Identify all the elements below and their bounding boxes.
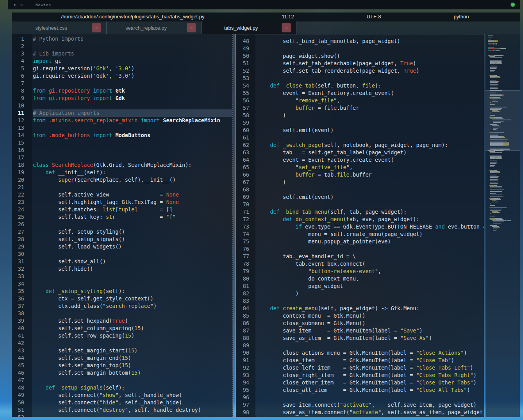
- encoding-label: UTF-8: [367, 14, 381, 20]
- code-line: menu.popup_at_pointer(eve): [257, 238, 484, 245]
- code-line: [33, 147, 232, 154]
- code-line: self.set_tab_reorderable(page_widget, Tr…: [257, 67, 484, 75]
- code-line: self.emit(event): [257, 127, 484, 134]
- line-number: 9: [12, 95, 24, 102]
- code-line: do_context_menu,: [257, 275, 484, 282]
- line-number: 51: [236, 60, 249, 67]
- code-line: [33, 139, 232, 147]
- code-line: def do_context_menu(tab, eve, page_widge…: [257, 216, 484, 223]
- line-number: 63: [236, 149, 249, 156]
- code-line: close_other_item = Gtk.MenuItem(label = …: [257, 379, 484, 386]
- line-number: 91: [236, 357, 249, 364]
- code-line: event = Event_Factory.create_event(: [257, 156, 484, 164]
- line-number: 20: [12, 176, 24, 184]
- code-line: self._load_widgets(): [33, 243, 232, 250]
- tab-label: stylesheet.css: [35, 25, 67, 31]
- code-line: buffer = file.buffer: [257, 104, 484, 112]
- tab-close-button[interactable]: ×: [92, 23, 101, 32]
- line-number: 37: [12, 302, 24, 310]
- line-number: 69: [236, 193, 249, 201]
- line-number: 79: [236, 268, 249, 275]
- code-line: [257, 134, 484, 141]
- line-number: 59: [236, 119, 249, 127]
- line-number: 50: [12, 399, 24, 406]
- line-number: 43: [12, 347, 24, 354]
- line-number: 36: [12, 295, 24, 302]
- code-line: save_as_item.connect("activate", self.sa…: [257, 409, 484, 416]
- line-number: 27: [12, 228, 24, 236]
- line-number: 48: [12, 384, 24, 391]
- code-line: close_all_item = Gtk.MenuItem(label = "C…: [257, 386, 484, 394]
- clock: 11:12: [282, 14, 294, 20]
- line-number: 23: [12, 198, 24, 206]
- code-text-view[interactable]: # Python imports# Lib importsimport gigi…: [32, 34, 232, 417]
- code-line: [33, 250, 232, 258]
- line-number-gutter: 1234567891011121314151617181920212223242…: [12, 34, 32, 417]
- code-line: "button-release-event",: [257, 268, 484, 275]
- code-line: [257, 342, 484, 349]
- code-line: self._setup_styling(): [33, 228, 232, 236]
- code-line: from .mode_buttons import ModeButtons: [33, 132, 232, 139]
- code-line: [33, 414, 232, 417]
- line-number: 57: [236, 104, 249, 112]
- code-line: save_as_item = Gtk.MenuItem(label = "Sav…: [257, 334, 484, 342]
- tab-stylesheet.css[interactable]: stylesheet.css×: [12, 21, 107, 34]
- code-line: buffer = tab.file.buffer: [257, 171, 484, 179]
- statusbar: /home/abaddon/.config/newton/plugins/tab…: [12, 13, 520, 21]
- tab-close-button[interactable]: ×: [187, 23, 196, 32]
- code-line: [33, 43, 232, 50]
- line-number: 52: [12, 414, 24, 417]
- code-line: def create_menu(self, page_widget) -> Gt…: [257, 305, 484, 312]
- code-line: def _switch_page(self, notebook, page_wi…: [257, 141, 484, 149]
- line-number: 93: [236, 372, 249, 379]
- window-titlebar[interactable]: ∷ ∷ ‥ Newton: [8, 0, 520, 9]
- tab-tabs_widget.py[interactable]: tabs_widget.py×: [202, 21, 296, 34]
- line-number: 34: [12, 280, 24, 288]
- line-number: 14: [12, 132, 24, 139]
- minimap-viewport[interactable]: [486, 90, 520, 151]
- minimap[interactable]: [486, 34, 520, 417]
- line-number: 49: [236, 45, 249, 52]
- code-line: [33, 310, 232, 317]
- code-line: [257, 186, 484, 193]
- line-number: 96: [236, 394, 249, 401]
- code-line: tab = self.get_tab_label(page_widget): [257, 149, 484, 156]
- line-number: 45: [12, 362, 24, 369]
- code-line: self.set_tab_detachable(page_widget, Tru…: [257, 60, 484, 67]
- code-line: [257, 75, 484, 82]
- code-line: self.matches: list[tuple] = []: [33, 206, 232, 213]
- code-line: "set_active_file",: [257, 164, 484, 171]
- line-number: 2: [12, 43, 24, 50]
- line-number: 4: [12, 57, 24, 65]
- status-dot-icon: [511, 3, 515, 7]
- line-number: 47: [12, 377, 24, 384]
- code-line: gi.require_version('Gtk', '3.0'): [33, 65, 232, 72]
- code-line: [257, 201, 484, 208]
- line-number-gutter: 4849505152535455565758596061626364656667…: [236, 34, 255, 417]
- line-number: 98: [236, 409, 249, 416]
- code-editor-left[interactable]: 1234567891011121314151617181920212223242…: [12, 34, 233, 417]
- code-line: # Lib imports: [33, 50, 232, 57]
- newton-window: /home/abaddon/.config/newton/plugins/tab…: [12, 13, 520, 420]
- code-line: page_widget: [257, 282, 484, 290]
- code-line: [257, 394, 484, 401]
- line-number: 67: [236, 179, 249, 186]
- tab-close-button[interactable]: ×: [282, 23, 291, 32]
- workspace-indicator-icon: ∷ ∷ ‥: [8, 3, 36, 7]
- line-number: 88: [236, 334, 249, 342]
- window-title: Newton: [36, 3, 51, 7]
- line-number: 62: [236, 141, 249, 149]
- line-number: 31: [12, 258, 24, 265]
- code-line: self._setup_signals(): [33, 236, 232, 243]
- tab-search_replace.py[interactable]: search_replace.py×: [107, 21, 202, 34]
- code-line: ): [257, 290, 484, 297]
- code-text-view[interactable]: self._bind_tab_menu(tab, page_widget) pa…: [255, 34, 484, 417]
- code-editor-right[interactable]: 4849505152535455565758596061626364656667…: [236, 34, 484, 417]
- line-number: 64: [236, 156, 249, 164]
- line-number: 90: [236, 349, 249, 357]
- line-number: 32: [12, 265, 24, 273]
- line-number: 30: [12, 250, 24, 258]
- line-number: 38: [12, 310, 24, 317]
- line-number: 52: [236, 67, 249, 75]
- code-line: [257, 297, 484, 305]
